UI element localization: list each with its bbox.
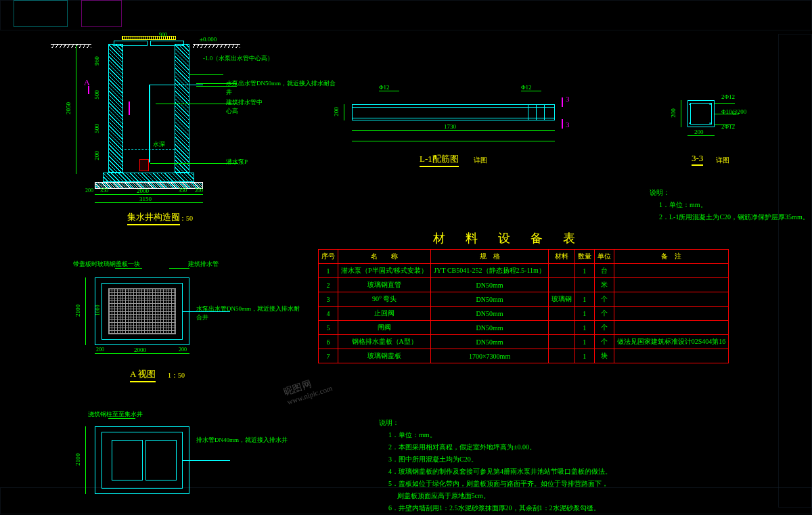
table-cell: 止回阀 <box>338 307 431 321</box>
well-wall-left <box>108 44 123 173</box>
pump-pipe <box>149 85 150 162</box>
table-cell: JYT CB5041-252（静态扬程2.5-11m） <box>431 264 548 278</box>
sect33-drawing: • • • • 2Φ12 Φ10@200 2Φ12 200 200 <box>674 88 755 162</box>
table-cell <box>614 321 729 335</box>
dim-wall-r: 350 <box>179 187 187 194</box>
th: 规 格 <box>431 250 548 264</box>
table-cell: DN50mm <box>431 321 548 335</box>
table-cell <box>548 264 574 278</box>
beam-len: 1730 <box>444 123 456 130</box>
plan-a-scale: 1：50 <box>168 371 185 380</box>
foundation-pad <box>95 182 203 189</box>
table-cell: 1 <box>574 321 594 335</box>
table-cell: 1 <box>574 335 594 349</box>
note-line: 则盖板顶面应高于原地面5cm。 <box>388 490 758 502</box>
beam-drawing: 3 3 1730 200 Φ12 Φ12 <box>338 81 582 162</box>
table-cell: 玻璃钢盖板 <box>338 349 431 363</box>
ghost-frame <box>778 34 812 508</box>
th: 备 注 <box>614 250 729 264</box>
grating <box>108 288 176 334</box>
dim-clear: 2000 <box>137 187 149 194</box>
cover-slab <box>150 41 184 46</box>
plan-side: 200 <box>96 346 104 353</box>
note-line: 3．图中所用混凝土均为C20。 <box>388 453 758 466</box>
table-cell: 个 <box>594 307 614 321</box>
note-line: 1．单位：mm。 <box>659 199 812 211</box>
note-line: 5．盖板如位于绿化带内，则盖板顶面与路面平齐。如位于导排营路面下， <box>388 478 758 490</box>
table-header-row: 序号 名 称 规 格 材料 数量 单位 备 注 <box>319 250 729 264</box>
notes-bottom: 说明： 1．单位：mm。2．本图采用相对高程，假定室外地坪高为±0.00。3．图… <box>379 417 758 514</box>
sect-w: 200 <box>694 129 704 135</box>
sump-title: 集水井构造图 <box>127 211 180 225</box>
plan-lbl3: 水泵出水管DN50mm，就近接入排水耐合井 <box>196 305 304 322</box>
beam-scale: 详图 <box>474 156 487 165</box>
plan-a-drawing: 带盖板时玻璃钢盖板一块 建筑排水管 水泵出水管DN50mm，就近接入排水耐合井 … <box>74 264 250 386</box>
sump-scale: 1：50 <box>176 214 193 223</box>
table-cell <box>614 292 729 307</box>
ground-line <box>193 44 240 48</box>
sect-stir: Φ10@200 <box>721 108 746 115</box>
table-cell: 玻璃钢直管 <box>338 278 431 292</box>
plan-h-out: 2100 <box>74 305 81 317</box>
sect-top: 2Φ12 <box>721 93 735 100</box>
table-cell: 1 <box>574 349 594 363</box>
table-cell: 1 <box>574 292 594 307</box>
table-cell: 1700×7300mm <box>431 349 548 363</box>
sect-h: 200 <box>670 108 677 118</box>
note-line: 4．玻璃钢盖板的制作及套接可参见第4册雨水泵井池站节吸口盖板的做法。 <box>388 466 758 478</box>
note-line: 1．单位：mm。 <box>388 429 758 441</box>
th: 名 称 <box>338 250 431 264</box>
table-cell <box>614 307 729 321</box>
plan-side: 200 <box>179 346 187 353</box>
dim-total: 3150 <box>139 196 152 202</box>
table-cell: 1 <box>319 264 338 278</box>
th: 材料 <box>548 250 574 264</box>
ghost-frame <box>14 0 68 27</box>
sect3-label: 3 <box>566 95 570 103</box>
plan-b-drawing: 浇筑钢柱至至集水井 排水管DN40mm，就近接入排水井 2100 <box>74 413 250 514</box>
table-cell: 台 <box>594 264 614 278</box>
table-title: 材 料 设 备 表 <box>433 230 579 246</box>
section-a-line <box>88 86 89 94</box>
sect-bot: 2Φ12 <box>721 123 735 130</box>
table-cell <box>548 335 574 349</box>
rebar-top <box>352 107 555 108</box>
pump-label: 潜水泵P <box>226 158 248 166</box>
table-cell <box>614 278 729 292</box>
rebar-bot <box>352 118 555 118</box>
plan-lbl2: 建筑排水管 <box>188 260 219 269</box>
sect33-scale: 详图 <box>716 156 729 165</box>
beam-title: L-1配筋图 <box>420 153 459 167</box>
table-cell: 3 <box>319 292 338 307</box>
pipe-label: 水泵出水管DN50mm，就近接入排水耐合井 <box>226 79 341 97</box>
table-cell <box>614 264 729 278</box>
table-cell: 钢格排水盖板（A型） <box>338 335 431 349</box>
plan-a-title: A 视图 <box>130 368 156 382</box>
table-cell: 个 <box>594 292 614 307</box>
table-row: 5闸阀DN50mm1个 <box>319 321 729 335</box>
plan-w-in: 1000 <box>95 305 101 316</box>
rebar-top-lbl: Φ12 <box>379 84 390 91</box>
table-cell: 米 <box>594 278 614 292</box>
note-line: 6．井壁内墙刮用1：2.5水泥砂浆抹面厚20，其余刮1：2水泥砂浆勾缝。 <box>388 502 758 514</box>
table-cell <box>548 349 574 363</box>
notes-head: 说明： <box>650 187 812 199</box>
water-level <box>125 149 175 150</box>
table-row: 2玻璃钢直管DN50mm米 <box>319 278 729 292</box>
dim-hn: 200 <box>85 187 93 194</box>
pump-pipe-h <box>149 85 203 85</box>
water-label: 水深 <box>153 140 165 149</box>
plan-w-out: 2000 <box>134 346 146 353</box>
plab-b-grate <box>145 440 177 480</box>
table-cell: 闸阀 <box>338 321 431 335</box>
plan-b-h: 2100 <box>74 453 81 466</box>
cover-grating <box>122 36 176 40</box>
table-cell: 2 <box>319 278 338 292</box>
plan-b-lbl2: 排水管DN40mm，就近接入排水井 <box>196 436 304 445</box>
th: 数量 <box>574 250 594 264</box>
plab-b-grate <box>112 440 143 480</box>
sump-section-drawing: A ±0.000 -1.0（水泵出水管中心高） 水泵出水管DN50mm，就近接入… <box>88 37 264 220</box>
table-cell: DN50mm <box>431 292 548 307</box>
th: 序号 <box>319 250 338 264</box>
sect3-bot <box>562 119 563 129</box>
